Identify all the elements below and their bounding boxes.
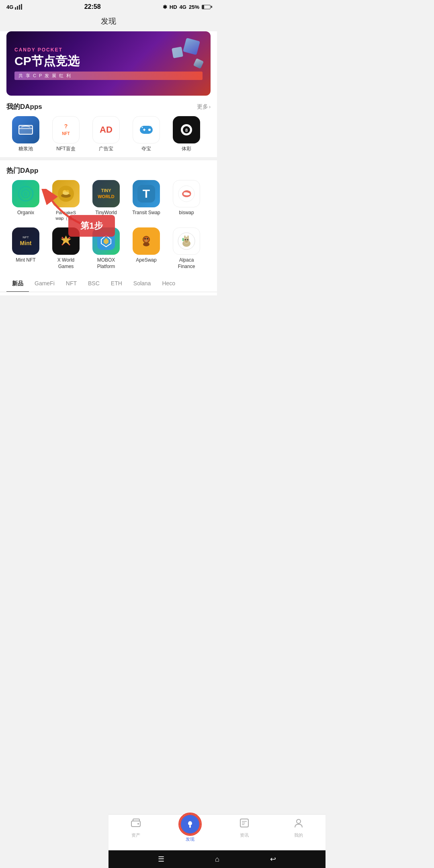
dapp-biswap-icon [173,180,200,207]
chevron-right-icon: › [209,104,211,110]
dapp-xworld-icon [52,227,80,255]
dapp-mintnft-icon: NFT Mint [12,227,39,255]
apeswap-svg [137,232,155,250]
mobox-svg [97,232,115,250]
dapp-ticai-label: 体彩 [182,146,191,152]
hot-dapps-section: 热门DApp G Organix [0,160,217,270]
my-dapps-more[interactable]: 更多 › [197,103,211,111]
svg-point-35 [144,238,146,240]
dapp-mintnft[interactable]: NFT Mint Mint NFT [6,227,45,270]
xworld-svg [57,232,75,250]
gamepad-svg: + [139,123,154,137]
dapp-biswap[interactable]: biswap [167,180,206,221]
dapp-mobox-icon [92,227,120,255]
network-type: 4G [6,4,13,10]
dapp-transit-label: Transit Swap [132,210,160,216]
svg-text:T: T [143,187,150,200]
tab-xinpin[interactable]: 新品 [6,276,29,292]
dapp-organix-icon: G [12,180,39,207]
dapp-xworld[interactable]: X WorldGames [47,227,85,270]
dapp-ad[interactable]: AD 广告宝 [87,116,125,152]
svg-rect-1 [17,6,18,10]
svg-point-23 [63,192,69,195]
dapp-transit[interactable]: T Transit Swap [127,180,166,221]
tab-heco[interactable]: Heco [156,276,181,292]
dapp-alpaca[interactable]: AlpacaFinance [167,227,206,270]
tab-solana[interactable]: Solana [128,276,157,292]
banner-decoration [146,35,207,92]
dapp-duobao[interactable]: + 夺宝 [127,116,166,152]
dapp-ticai[interactable]: 8 体彩 [167,116,206,152]
dapp-mobox[interactable]: MOBOXPlatform [87,227,125,270]
svg-point-36 [147,238,148,240]
svg-rect-0 [15,7,16,10]
dapp-apeswap[interactable]: ApeSwap [127,227,166,270]
tab-eth[interactable]: ETH [105,276,128,292]
deco-cube-3 [193,58,204,69]
svg-point-37 [145,240,147,242]
dapp-tinyworld-icon: TINY WORLD [92,180,120,207]
dapp-mintnft-label: Mint NFT [16,257,35,264]
dapp-pancake-label: PancakeSwap（薄... [55,210,76,221]
section-divider-1 [0,157,217,160]
hot-dapps-row1: G Organix [6,180,211,221]
dapp-apeswap-icon [133,227,160,255]
svg-point-38 [143,242,149,246]
deco-cube-1 [183,38,200,55]
svg-rect-46 [187,235,189,240]
my-dapps-grid: 糖浆池 ?NFT NFT盲盒 AD 广告宝 [6,116,211,152]
dapp-pancake[interactable]: PancakeSwap（薄... [47,180,85,221]
dapp-tangjianchi-icon [12,116,39,143]
hot-dapps-title: 热门DApp [6,166,38,175]
tab-nft[interactable]: NFT [60,276,82,292]
my-dapps-section: 我的DApps 更多 › 糖浆池 [0,102,217,152]
svg-text:G: G [24,191,27,197]
dapp-tangjianchi-label: 糖浆池 [18,146,33,152]
svg-point-7 [148,129,151,131]
alpaca-svg [178,232,195,250]
dapp-organix-label: Organix [17,210,34,216]
dapp-apeswap-label: ApeSwap [136,257,156,264]
status-icons: ✱ HD 4G 25% [163,4,211,10]
dapp-ad-icon: AD [92,116,120,143]
svg-text:+: + [150,125,151,128]
dapp-ad-label: 广告宝 [99,146,113,152]
hot-dapps-row2: NFT Mint Mint NFT X Wo [6,227,211,270]
dapp-transit-icon: T [133,180,160,207]
category-tabs: 新品 GameFi NFT BSC ETH Solana Heco [0,274,217,292]
dapp-duobao-icon: + [133,116,160,143]
svg-rect-2 [19,5,20,10]
svg-point-10 [142,127,143,128]
svg-point-44 [185,240,188,243]
dapp-tangjianchi[interactable]: 糖浆池 [6,116,45,152]
svg-text:8: 8 [185,128,188,133]
dapp-ticai-icon: 8 [173,116,200,143]
dapp-duobao-label: 夺宝 [141,146,151,152]
dapp-xworld-label: X WorldGames [57,257,74,270]
transit-svg: T [137,185,155,203]
my-dapps-header: 我的DApps 更多 › [6,102,211,111]
deco-cube-2 [172,47,183,58]
dapp-alpaca-label: AlpacaFinance [178,257,195,270]
battery-icon [202,5,211,9]
page-title: 发现 [0,12,217,31]
hot-dapps-header: 热门DApp [6,166,211,175]
tab-bsc[interactable]: BSC [82,276,105,292]
dapp-nft-blind[interactable]: ?NFT NFT盲盒 [47,116,85,152]
pancake-svg [57,185,74,202]
status-bar: 4G 22:58 ✱ HD 4G 25% [0,0,217,12]
dapp-nft-blind-label: NFT盲盒 [56,146,75,152]
bluetooth-icon: ✱ [163,4,167,10]
dapp-organix[interactable]: G Organix [6,180,45,221]
billiard-svg: 8 [178,121,195,139]
battery-percent: 25% [189,4,199,10]
svg-rect-3 [21,4,22,10]
banner[interactable]: CANDY POCKET CP节点竞选 共 享 C P 发 展 红 利 [6,31,211,96]
network-label: 4G [180,4,186,10]
dapp-tinyworld[interactable]: TINY WORLD TinyWorld [87,180,125,221]
tab-gamefi[interactable]: GameFi [29,276,60,292]
dapp-pancake-icon [52,180,80,207]
dapp-nft-blind-icon: ?NFT [52,116,80,143]
signal-info: 4G [6,4,22,10]
dapp-mobox-label: MOBOXPlatform [97,257,115,270]
